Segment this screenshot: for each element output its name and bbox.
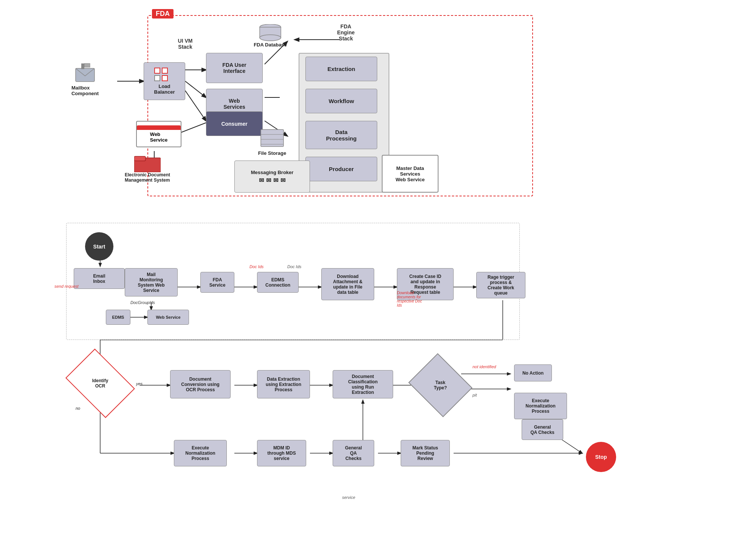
mdm-id-box: MDM IDthrough MDSservice (257, 440, 306, 466)
workflow-box: Workflow (305, 89, 377, 113)
svg-rect-46 (261, 130, 284, 147)
file-storage-label: File Storage (258, 150, 286, 156)
download-docs-label: Downloaddocuments forrespective DocIds (397, 291, 442, 307)
mail-monitoring-box: MailMonitoringSystem WebService (125, 268, 178, 296)
download-attachment-label: DownloadAttachment &update in Filedata t… (333, 274, 363, 295)
load-balancer-label: LoadBalancer (154, 83, 175, 95)
extraction-label: Extraction (327, 66, 355, 72)
edms-box: Electronic DocumentManagement System (117, 151, 178, 185)
folder-icon (134, 153, 161, 172)
email-inbox-label: EmailInbox (93, 273, 105, 284)
edms-bottom-label: EDMS (112, 315, 124, 319)
web-service-bottom-box: Web Service (147, 310, 189, 325)
diagram-container: FDA FDAEngineStack UI VMStack FDA Databa… (0, 0, 756, 534)
document-conversion-box: DocumentConversion usingOCR Process (170, 370, 231, 398)
master-data-services-label: Master DataServicesWeb Service (395, 165, 424, 182)
data-processing-label: DataProcessing (326, 129, 357, 142)
send-request-label: send request (54, 284, 79, 289)
fda-ui-label: FDA UserInterface (222, 62, 246, 74)
general-qa-box: GeneralQA Checks (522, 419, 563, 440)
data-extraction-box: Data Extractionusing ExtractionProcess (257, 370, 310, 398)
file-storage: File Storage (249, 121, 295, 162)
no-action-label: No Action (522, 370, 544, 376)
identify-ocr-diamond: IdentifyOCR (72, 363, 129, 404)
web-service-box: WebService (136, 121, 181, 147)
workflow-label: Workflow (328, 98, 354, 104)
fda-service-label: FDAService (209, 277, 226, 288)
doc-group-ids-label: DocGroupIds (130, 300, 155, 305)
general-qa2-box: GeneralQAChecks (333, 440, 374, 466)
task-type-diamond: TaskType? (416, 364, 465, 406)
start-label: Start (93, 244, 105, 250)
document-classification-label: DocumentClassificationusing RunExtractio… (348, 374, 378, 395)
service-label: service (342, 495, 355, 500)
extraction-box: Extraction (305, 57, 377, 81)
web-services-label: WebServices (223, 98, 245, 110)
rage-trigger-label: Rage triggerprocess &Create Workqueue (488, 275, 514, 296)
mailbox-icon-svg (74, 63, 96, 83)
edms-connection-box: EDMSConnection (257, 272, 299, 293)
svg-rect-51 (134, 156, 146, 161)
messaging-broker: Messaging Broker ✉ ✉ ✉ ✉ (234, 161, 310, 193)
edms-connection-label: EDMSConnection (265, 277, 290, 288)
start-circle: Start (85, 232, 113, 261)
master-data-services-box: Master DataServicesWeb Service (382, 155, 438, 193)
execute-normalization2-label: ExecuteNormalizationProcess (185, 445, 215, 461)
fda-label: FDA (152, 9, 174, 19)
mailbox-component: MailboxComponent (64, 59, 106, 100)
mailbox-label: MailboxComponent (71, 85, 99, 96)
fda-service-box: FDAService (200, 272, 234, 293)
download-attachment-box: DownloadAttachment &update in Filedata t… (321, 268, 374, 300)
ui-vm-stack-label: UI VMStack (166, 38, 204, 50)
fda-database-label: FDA Database (246, 21, 295, 51)
producer-label: Producer (329, 166, 354, 172)
mark-status-label: Mark StatusPendingReview (412, 445, 438, 461)
mail-monitoring-label: MailMonitoringSystem WebService (138, 272, 164, 293)
no-label: no (76, 406, 80, 411)
general-qa-label: GeneralQA Checks (530, 424, 555, 435)
svg-rect-45 (84, 63, 90, 67)
data-processing-box: DataProcessing (305, 121, 377, 149)
svg-rect-44 (81, 63, 84, 69)
data-extraction-label: Data Extractionusing ExtractionProcess (266, 377, 301, 392)
doc-ids-label2: Doc Ids (287, 264, 301, 269)
web-service-bottom-label: Web Service (156, 315, 180, 319)
doc-ids-label1: Doc Ids (249, 264, 263, 269)
document-conversion-label: DocumentConversion usingOCR Process (181, 377, 219, 392)
fda-ui-box: FDA UserInterface (206, 53, 263, 83)
not-identified-label: not identified (472, 364, 496, 369)
no-action-box: No Action (514, 364, 552, 381)
stop-label: Stop (595, 454, 607, 460)
svg-line-32 (559, 438, 582, 453)
web-service-label: WebService (150, 131, 167, 143)
stop-circle: Stop (586, 442, 616, 472)
messaging-broker-label: Messaging Broker (251, 170, 294, 175)
rage-trigger-box: Rage triggerprocess &Create Workqueue (476, 272, 525, 298)
mdm-id-label: MDM IDthrough MDSservice (267, 445, 296, 461)
fda-engine-stack-label: FDAEngineStack (323, 23, 369, 42)
svg-point-42 (260, 35, 281, 41)
producer-box: Producer (305, 157, 377, 181)
execute-normalization2-box: ExecuteNormalizationProcess (174, 440, 227, 466)
email-inbox-box: EmailInbox (74, 268, 125, 289)
edms-bottom-box: EDMS (106, 310, 130, 325)
identify-ocr-label: IdentifyOCR (90, 376, 110, 390)
task-type-label: TaskType? (432, 378, 449, 392)
load-balancer-box: LoadBalancer (144, 62, 185, 100)
yes-label: yes (136, 381, 143, 386)
fda-database-text: FDA Database (254, 42, 287, 48)
document-classification-box: DocumentClassificationusing RunExtractio… (333, 370, 393, 398)
pit-label: pit (472, 393, 477, 397)
edms-label: Electronic DocumentManagement System (125, 172, 170, 183)
file-storage-icon (259, 128, 285, 150)
database-icon (259, 24, 282, 41)
general-qa2-label: GeneralQAChecks (345, 445, 362, 461)
mark-status-box: Mark StatusPendingReview (401, 440, 450, 466)
execute-normalization-box: ExecuteNormalizationProcess (514, 393, 567, 419)
execute-normalization-label: ExecuteNormalizationProcess (525, 398, 555, 414)
consumer-label: Consumer (221, 121, 247, 127)
